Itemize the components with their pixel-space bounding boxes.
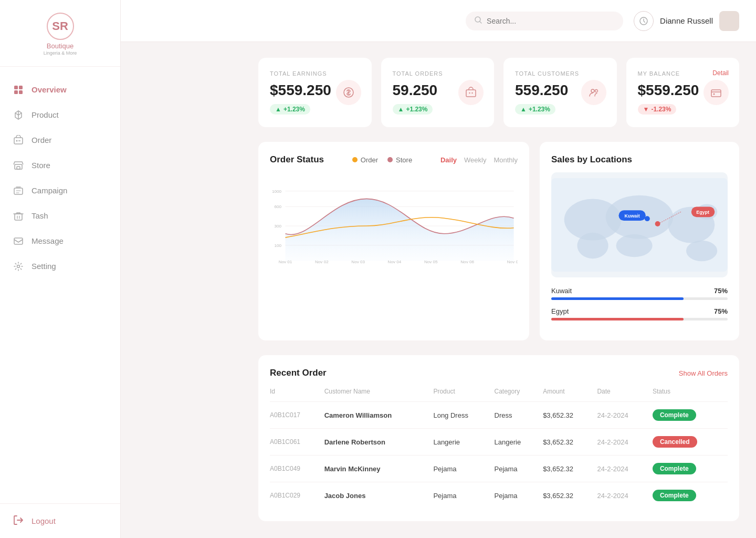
location-kuwait: Kuwait 75%	[551, 287, 728, 300]
sales-locations-card: Sales by Locations Kuwait	[540, 142, 739, 340]
cell-id: A0B1C029	[270, 482, 324, 509]
chart-area: 1000 600 300 100	[270, 173, 518, 281]
cell-amount: $3,652.32	[543, 429, 597, 456]
legend-store: Store	[387, 156, 412, 164]
col-category: Category	[495, 388, 543, 402]
status-badge: Complete	[653, 409, 696, 421]
topbar-user: Dianne Russell	[634, 11, 739, 31]
main-content: TOTAL EARNINGS $559.250 ▲ +1.23% TOTAL O…	[242, 42, 756, 538]
sidebar-item-label: Campaign	[32, 186, 67, 195]
cell-customer: Darlene Robertson	[324, 429, 434, 456]
cell-customer: Jacob Jones	[324, 482, 434, 509]
customers-icon	[581, 80, 606, 105]
cell-id: A0B1C061	[270, 429, 324, 456]
sidebar-item-message[interactable]: Message	[0, 229, 120, 254]
sidebar-item-store[interactable]: Store	[0, 153, 120, 178]
table-row: A0B1C049 Marvin McKinney Pejama Pejama $…	[270, 456, 728, 482]
stat-card-orders: TOTAL ORDERS 59.250 ▲ +1.23%	[381, 58, 495, 127]
stat-card-balance: MY BALANCE Detail $559.250 ▼ -1.23%	[626, 58, 740, 127]
kuwait-progress-bar	[551, 297, 728, 300]
cell-amount: $3,652.32	[543, 456, 597, 482]
cell-date: 24-2-2024	[597, 482, 652, 509]
egypt-progress-fill	[551, 318, 684, 320]
setting-icon	[13, 261, 24, 272]
topbar: Dianne Russell	[121, 0, 756, 42]
sidebar-item-setting[interactable]: Setting	[0, 254, 120, 279]
svg-text:Nov 03: Nov 03	[351, 260, 365, 264]
sidebar-item-label: Order	[32, 136, 51, 144]
svg-point-16	[469, 92, 470, 94]
svg-text:Nov 07: Nov 07	[507, 260, 518, 264]
search-bar[interactable]	[466, 12, 623, 30]
order-icon	[13, 134, 24, 146]
recent-orders-card: Recent Order Show All Orders Id Customer…	[258, 355, 739, 521]
tash-icon	[13, 210, 24, 222]
search-input[interactable]	[487, 17, 615, 25]
notification-bell[interactable]	[634, 11, 654, 31]
search-icon	[474, 16, 482, 26]
col-status: Status	[653, 388, 728, 402]
cell-customer: Marvin McKinney	[324, 456, 434, 482]
egypt-label: Egypt	[551, 307, 569, 315]
svg-text:100: 100	[275, 243, 282, 248]
chart-legend: Order Store	[352, 156, 412, 164]
cell-date: 24-2-2024	[597, 429, 652, 456]
cell-category: Pejama	[495, 456, 543, 482]
col-amount: Amount	[543, 388, 597, 402]
earnings-icon	[336, 80, 361, 105]
kuwait-pct: 75%	[714, 287, 728, 295]
svg-point-48	[655, 221, 660, 226]
status-badge: Cancelled	[653, 436, 697, 448]
svg-text:Kuwait: Kuwait	[625, 213, 640, 219]
up-arrow: ▲	[398, 106, 404, 113]
map-title: Sales by Locations	[551, 154, 728, 165]
egypt-progress-bar	[551, 318, 728, 320]
sidebar-item-overview[interactable]: Overview	[0, 77, 120, 102]
tab-weekly[interactable]: Weekly	[464, 156, 486, 164]
sidebar-item-label: Message	[32, 236, 64, 245]
sidebar-item-label: Overview	[32, 85, 67, 94]
svg-point-21	[713, 94, 715, 95]
cell-product: Langerie	[433, 429, 494, 456]
stat-badge: ▲ +1.23%	[270, 104, 310, 115]
show-all-orders-link[interactable]: Show All Orders	[679, 369, 728, 377]
sidebar-item-product[interactable]: Product	[0, 102, 120, 128]
kuwait-label: Kuwait	[551, 287, 572, 295]
stat-badge: ▲ +1.23%	[515, 104, 555, 115]
svg-rect-20	[711, 90, 721, 97]
svg-rect-10	[14, 238, 23, 244]
message-icon	[13, 235, 24, 247]
stats-row: TOTAL EARNINGS $559.250 ▲ +1.23% TOTAL O…	[258, 58, 739, 127]
sidebar-item-label: Setting	[32, 262, 56, 271]
svg-point-19	[595, 90, 597, 92]
balance-detail-link[interactable]: Detail	[712, 69, 729, 77]
chart-svg: 1000 600 300 100	[270, 173, 518, 278]
user-name: Dianne Russell	[660, 16, 713, 25]
sidebar-item-campaign[interactable]: Campaign	[0, 178, 120, 203]
sidebar: SR Boutique Lingeria & More Overview	[0, 0, 121, 538]
chart-title: Order Status	[270, 154, 324, 165]
product-icon	[13, 109, 24, 121]
sidebar-item-tash[interactable]: Tash	[0, 203, 120, 229]
chart-header: Order Status Order Store Daily Weekly Mo…	[270, 154, 518, 165]
logo-sub: Lingeria & More	[44, 50, 77, 56]
orders-table: Id Customer Name Product Category Amount…	[270, 388, 728, 509]
svg-rect-15	[466, 90, 476, 97]
cell-product: Long Dress	[433, 402, 494, 429]
tab-monthly[interactable]: Monthly	[494, 156, 518, 164]
col-product: Product	[433, 388, 494, 402]
cell-status: Cancelled	[653, 429, 728, 456]
up-arrow: ▲	[520, 106, 527, 113]
sidebar-item-order[interactable]: Order	[0, 128, 120, 153]
sidebar-item-label: Store	[32, 161, 50, 170]
stat-card-customers: TOTAL CUSTOMERS 559.250 ▲ +1.23%	[503, 58, 617, 127]
stat-card-earnings: TOTAL EARNINGS $559.250 ▲ +1.23%	[258, 58, 372, 127]
logo-name: Boutique	[47, 42, 74, 50]
cell-customer: Cameron Williamson	[324, 402, 434, 429]
tab-daily[interactable]: Daily	[440, 156, 457, 164]
logout-button[interactable]: Logout	[0, 503, 120, 538]
orders-icon	[458, 80, 484, 105]
table-row: A0B1C061 Darlene Robertson Langerie Lang…	[270, 429, 728, 456]
svg-point-5	[16, 140, 18, 141]
location-egypt: Egypt 75%	[551, 307, 728, 320]
